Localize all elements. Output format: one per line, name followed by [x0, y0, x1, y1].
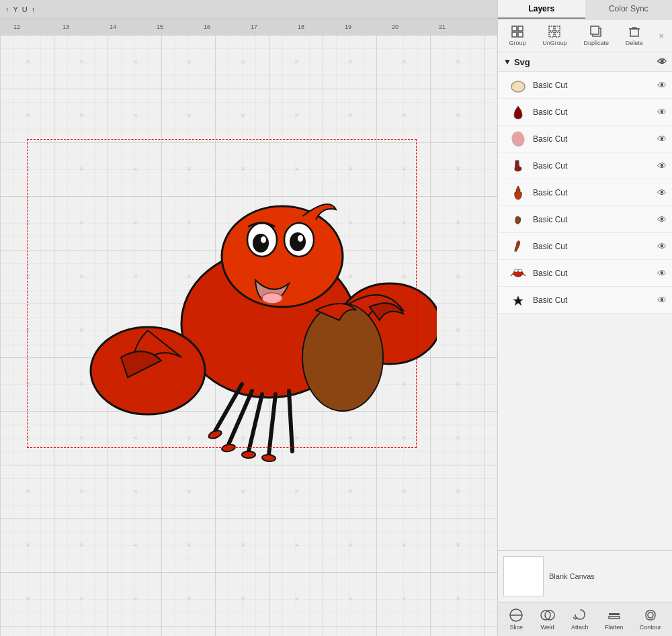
slice-button[interactable]: Slice — [506, 606, 526, 632]
layer-thumb-2 — [509, 103, 528, 122]
contour-icon — [643, 608, 658, 623]
layer-thumb-1 — [509, 76, 528, 95]
layer-label-4: Basic Cut — [533, 161, 655, 171]
svg-line-7 — [249, 394, 262, 451]
layer-item[interactable]: Basic Cut 👁 — [498, 233, 672, 260]
flatten-button[interactable]: Flatten — [602, 606, 626, 632]
layer-eye-icon-5[interactable]: 👁 — [657, 187, 667, 198]
svg-rect-23 — [512, 32, 517, 37]
svg-point-42 — [518, 269, 522, 272]
svg-rect-26 — [555, 26, 560, 31]
svg-point-4 — [302, 304, 383, 411]
layer-thumb-7 — [509, 237, 528, 256]
svg-point-17 — [290, 232, 306, 251]
ruler-numbers: 12 13 14 15 16 17 18 19 20 21 — [0, 19, 497, 35]
layer-item[interactable]: Basic Cut 👁 — [498, 72, 672, 99]
layer-eye-icon-7[interactable]: 👁 — [657, 241, 667, 252]
delete-label: Delete — [626, 40, 643, 46]
ungroup-button[interactable]: UnGroup — [540, 24, 570, 48]
delete-button[interactable]: Delete — [623, 24, 646, 48]
svg-point-19 — [298, 235, 303, 242]
bottom-actions: Slice Weld Attach Flatten Contour — [498, 602, 672, 636]
layer-eye-icon-3[interactable]: 👁 — [657, 134, 667, 144]
layers-list: ▼ Svg 👁 Basic Cut 👁 Basic Cut 👁 Basic — [498, 52, 672, 550]
layer-eye-icon-8[interactable]: 👁 — [657, 268, 667, 279]
layer-thumb-9 — [509, 291, 528, 310]
svg-rect-27 — [549, 32, 554, 37]
ruler-num-16: 16 — [204, 24, 210, 30]
ruler-num-21: 21 — [439, 24, 446, 30]
tabs-container: Layers Color Sync — [498, 0, 672, 19]
duplicate-button[interactable]: Duplicate — [581, 24, 612, 48]
right-panel: Layers Color Sync Group UnGroup Duplicat… — [497, 0, 672, 636]
ruler-num-12: 12 — [13, 24, 20, 30]
layer-thumb-5 — [509, 183, 528, 202]
svg-rect-24 — [518, 32, 523, 37]
svg-line-40 — [523, 273, 526, 276]
duplicate-icon — [589, 25, 603, 38]
slice-icon — [509, 608, 523, 623]
layer-thumb-3 — [509, 130, 528, 148]
svg-rect-31 — [630, 29, 638, 36]
weld-button[interactable]: Weld — [538, 606, 558, 632]
ruler-num-18: 18 — [298, 24, 304, 30]
canvas-thumbnail — [503, 556, 544, 596]
svg-line-8 — [269, 394, 276, 455]
layer-label-1: Basic Cut — [533, 81, 655, 90]
delete-icon — [628, 25, 641, 38]
svg-point-10 — [208, 429, 222, 440]
crab-svg — [87, 136, 437, 505]
tab-colorsync[interactable]: Color Sync — [585, 0, 673, 19]
layer-label-2: Basic Cut — [533, 107, 655, 117]
group-icon — [511, 25, 524, 38]
attach-button[interactable]: Attach — [569, 606, 591, 632]
flatten-label: Flatten — [605, 624, 624, 631]
attach-label: Attach — [571, 624, 589, 631]
ruler-num-17: 17 — [251, 24, 257, 30]
weld-icon — [540, 608, 555, 623]
layer-label-5: Basic Cut — [533, 188, 655, 197]
layer-label-6: Basic Cut — [533, 215, 655, 224]
layer-item[interactable]: Basic Cut 👁 — [498, 206, 672, 233]
layer-item[interactable]: Basic Cut 👁 — [498, 126, 672, 152]
svg-point-20 — [262, 293, 282, 304]
svg-rect-22 — [518, 26, 523, 31]
flatten-icon — [607, 608, 622, 623]
svg-group-name: Svg — [514, 57, 530, 67]
svg-rect-30 — [591, 26, 599, 34]
group-button[interactable]: Group — [506, 24, 528, 48]
layer-item[interactable]: Basic Cut 👁 — [498, 260, 672, 287]
ruler-num-13: 13 — [62, 24, 69, 30]
layer-item[interactable]: Basic Cut 👁 — [498, 179, 672, 206]
toolbar-y: Y — [13, 5, 18, 13]
layer-thumb-8 — [509, 264, 528, 283]
layer-thumb-4 — [509, 156, 528, 175]
bottom-section: Blank Canvas — [498, 550, 672, 602]
toolbar-up2: ↑ — [32, 5, 36, 13]
layer-label-8: Basic Cut — [533, 269, 655, 278]
svg-rect-25 — [549, 26, 554, 31]
layer-eye-icon-9[interactable]: 👁 — [657, 295, 667, 306]
close-icon[interactable]: ✕ — [659, 32, 664, 40]
ungroup-label: UnGroup — [542, 40, 567, 46]
svg-group-eye-icon[interactable]: 👁 — [657, 56, 667, 67]
layer-item[interactable]: Basic Cut 👁 — [498, 152, 672, 179]
toolbar-arrow: ↑ — [5, 5, 9, 13]
duplicate-label: Duplicate — [584, 40, 610, 46]
layer-eye-icon-2[interactable]: 👁 — [657, 107, 667, 118]
layer-label-7: Basic Cut — [533, 242, 655, 251]
layer-eye-icon-1[interactable]: 👁 — [657, 80, 667, 91]
svg-group-header[interactable]: ▼ Svg 👁 — [498, 52, 672, 72]
grid-canvas[interactable] — [0, 35, 497, 636]
tab-layers[interactable]: Layers — [498, 0, 585, 19]
contour-button[interactable]: Contour — [637, 606, 664, 632]
layer-eye-icon-6[interactable]: 👁 — [657, 214, 667, 225]
layer-label-9: Basic Cut — [533, 296, 655, 305]
svg-rect-21 — [512, 26, 517, 31]
svg-point-36 — [511, 81, 525, 92]
layer-eye-icon-4[interactable]: 👁 — [657, 161, 667, 171]
ruler-num-15: 15 — [157, 24, 163, 30]
layer-item[interactable]: Basic Cut 👁 — [498, 287, 672, 314]
layer-item[interactable]: Basic Cut 👁 — [498, 99, 672, 126]
toolbar-u: U — [22, 5, 28, 13]
